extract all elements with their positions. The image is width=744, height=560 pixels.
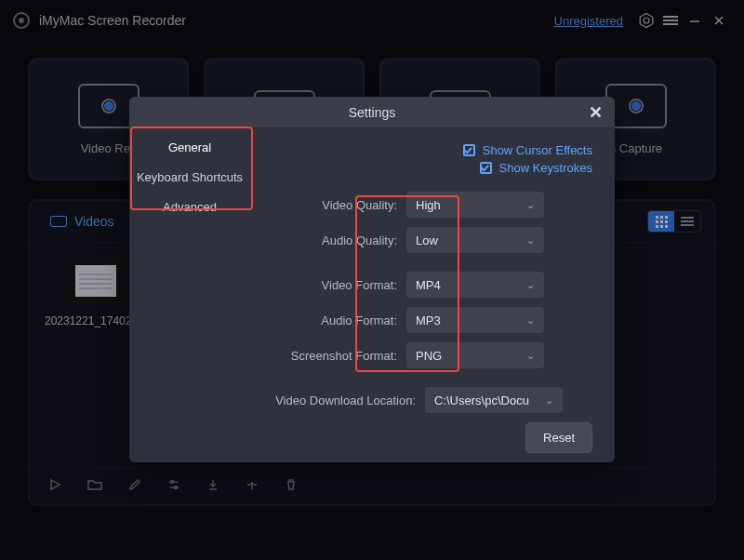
download-location-select[interactable]: C:\Users\pc\Docu ⌄: [425, 387, 563, 413]
chevron-down-icon: ⌄: [526, 350, 535, 362]
checkbox-label: Show Cursor Effects: [483, 143, 592, 157]
select-value: MP3: [416, 313, 441, 327]
chevron-down-icon: ⌄: [526, 279, 535, 291]
checkbox-show-cursor-effects[interactable]: Show Cursor Effects: [463, 143, 592, 157]
video-quality-label: Video Quality:: [258, 198, 397, 212]
dialog-close-button[interactable]: ✕: [585, 102, 605, 123]
download-location-label: Video Download Location:: [258, 393, 416, 407]
audio-quality-label: Audio Quality:: [258, 233, 397, 247]
audio-format-label: Audio Format:: [258, 313, 397, 327]
reset-button[interactable]: Reset: [525, 422, 592, 453]
checkbox-label: Show Keystrokes: [499, 161, 592, 175]
video-format-label: Video Format:: [258, 278, 397, 292]
chevron-down-icon: ⌄: [526, 199, 535, 211]
chevron-down-icon: ⌄: [526, 314, 535, 327]
select-value: C:\Users\pc\Docu: [434, 393, 529, 407]
settings-tab-general[interactable]: General: [129, 132, 250, 162]
checkbox-icon: [480, 162, 492, 174]
select-value: Low: [416, 233, 438, 247]
audio-format-select[interactable]: MP3 ⌄: [406, 307, 544, 333]
settings-main: Show Cursor Effects Show Keystrokes Vide…: [250, 128, 615, 462]
screenshot-format-select[interactable]: PNG ⌄: [406, 342, 544, 368]
settings-dialog: Settings ✕ General Keyboard Shortcuts Ad…: [129, 97, 615, 462]
chevron-down-icon: ⌄: [526, 234, 535, 247]
video-quality-select[interactable]: High ⌄: [406, 192, 544, 218]
audio-quality-select[interactable]: Low ⌄: [406, 227, 544, 253]
select-value: High: [416, 198, 441, 212]
select-value: MP4: [416, 278, 441, 292]
screenshot-format-label: Screenshot Format:: [258, 349, 397, 363]
settings-tab-advanced[interactable]: Advanced: [129, 192, 250, 221]
dialog-title: Settings: [349, 105, 396, 120]
settings-sidebar: General Keyboard Shortcuts Advanced: [129, 128, 250, 462]
checkbox-show-keystrokes[interactable]: Show Keystrokes: [480, 161, 592, 175]
video-format-select[interactable]: MP4 ⌄: [406, 272, 544, 298]
select-value: PNG: [416, 349, 442, 363]
chevron-down-icon: ⌄: [545, 394, 553, 407]
dialog-header: Settings ✕: [129, 97, 615, 128]
checkbox-icon: [463, 144, 475, 156]
settings-tab-keyboard-shortcuts[interactable]: Keyboard Shortcuts: [129, 162, 250, 192]
